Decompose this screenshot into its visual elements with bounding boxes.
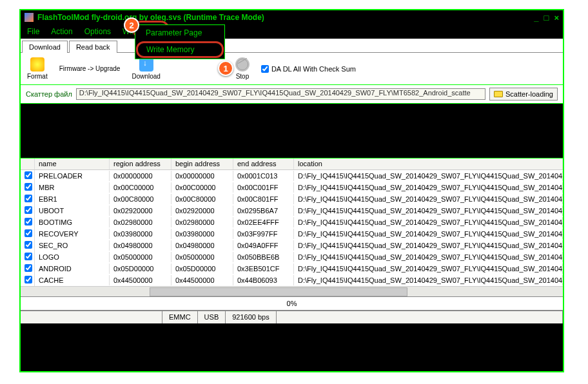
table-row[interactable]: UBOOT0x029200000x029200000x0295B6A7D:\Fl… bbox=[21, 205, 563, 216]
row-checkbox[interactable] bbox=[24, 206, 32, 214]
scatter-path-input[interactable]: D:\Fly_IQ4415\IQ4415Quad_SW_20140429_SW0… bbox=[76, 88, 485, 100]
row-checkbox[interactable] bbox=[24, 229, 32, 237]
cell-region: 0x04980000 bbox=[110, 240, 172, 251]
cell-location: D:\Fly_IQ4415\IQ4415Quad_SW_20140429_SW0… bbox=[294, 252, 563, 262]
horizontal-scrollbar[interactable] bbox=[21, 286, 563, 296]
app-window: FlashToolMod fly-droid.org by oleg.svs (… bbox=[19, 9, 564, 372]
grid-body: PRELOADER0x000000000x000000000x0001C013D… bbox=[21, 170, 563, 286]
tab-download[interactable]: Download bbox=[22, 41, 68, 53]
folder-icon bbox=[494, 91, 503, 97]
menu-item-parameter-page[interactable]: Parameter Page bbox=[135, 25, 224, 41]
cell-region: 0x00C80000 bbox=[110, 194, 172, 204]
partition-grid: name region address begin address end ad… bbox=[21, 158, 563, 296]
cell-location: D:\Fly_IQ4415\IQ4415Quad_SW_20140429_SW0… bbox=[294, 240, 563, 251]
table-row[interactable]: LOGO0x050000000x050000000x050BBE6BD:\Fly… bbox=[21, 251, 563, 263]
cell-region: 0x05000000 bbox=[110, 252, 172, 262]
row-checkbox[interactable] bbox=[24, 241, 32, 249]
maximize-button[interactable]: □ bbox=[544, 13, 549, 23]
grid-header: name region address begin address end ad… bbox=[21, 158, 563, 170]
cell-region: 0x05D00000 bbox=[110, 264, 172, 274]
minimize-button[interactable]: _ bbox=[534, 13, 538, 23]
row-checkbox[interactable] bbox=[24, 183, 32, 191]
table-row[interactable]: BOOTIMG0x029800000x029800000x02EE4FFFD:\… bbox=[21, 216, 563, 228]
stop-icon bbox=[235, 57, 250, 72]
row-checkbox[interactable] bbox=[24, 171, 32, 179]
cell-name: CACHE bbox=[35, 275, 110, 285]
table-row[interactable]: PRELOADER0x000000000x000000000x0001C013D… bbox=[21, 170, 563, 182]
row-checkbox[interactable] bbox=[24, 253, 32, 260]
window-dropdown: Parameter Page Write Memory bbox=[135, 24, 225, 59]
annotation-marker-1: 1 bbox=[218, 61, 233, 76]
table-row[interactable]: MBR0x00C000000x00C000000x00C001FFD:\Fly_… bbox=[21, 182, 563, 193]
table-row[interactable]: ANDROID0x05D000000x05D000000x3EB501CFD:\… bbox=[21, 263, 563, 274]
menu-action[interactable]: Action bbox=[51, 27, 72, 36]
cell-begin: 0x02920000 bbox=[172, 206, 233, 216]
annotation-marker-2: 2 bbox=[124, 17, 139, 33]
tab-row: Download Read back bbox=[21, 39, 563, 53]
cell-end: 0x00C001FF bbox=[233, 182, 294, 193]
row-checkbox[interactable] bbox=[24, 195, 32, 202]
status-usb: USB bbox=[198, 311, 226, 323]
cell-name: EBR1 bbox=[35, 194, 110, 204]
menu-item-write-memory[interactable]: Write Memory bbox=[136, 41, 224, 58]
firmware-upgrade-button[interactable]: Firmware -> Upgrade bbox=[59, 65, 121, 72]
cell-location: D:\Fly_IQ4415\IQ4415Quad_SW_20140429_SW0… bbox=[294, 182, 563, 193]
col-region[interactable]: region address bbox=[110, 158, 172, 169]
cell-location: D:\Fly_IQ4415\IQ4415Quad_SW_20140429_SW0… bbox=[294, 229, 563, 239]
cell-location: D:\Fly_IQ4415\IQ4415Quad_SW_20140429_SW0… bbox=[294, 217, 563, 227]
cell-begin: 0x00C80000 bbox=[172, 194, 233, 204]
cell-name: RECOVERY bbox=[35, 229, 110, 239]
col-begin[interactable]: begin address bbox=[172, 158, 233, 169]
cell-region: 0x02920000 bbox=[110, 206, 172, 216]
stop-label: Stop bbox=[236, 73, 250, 80]
cell-end: 0x00C801FF bbox=[233, 194, 294, 204]
menu-options[interactable]: Options bbox=[84, 27, 111, 36]
cell-name: PRELOADER bbox=[35, 171, 110, 181]
cell-begin: 0x05000000 bbox=[172, 252, 233, 262]
status-baud: 921600 bps bbox=[226, 311, 277, 323]
cell-begin: 0x44500000 bbox=[172, 275, 233, 285]
cell-begin: 0x00000000 bbox=[172, 171, 233, 181]
cell-region: 0x44500000 bbox=[110, 275, 172, 285]
da-dl-checkbox[interactable] bbox=[261, 65, 269, 73]
table-row[interactable]: RECOVERY0x039800000x039800000x03F997FFD:… bbox=[21, 228, 563, 240]
row-checkbox[interactable] bbox=[24, 276, 32, 283]
close-button[interactable]: × bbox=[554, 13, 559, 23]
col-location[interactable]: location bbox=[294, 158, 563, 169]
cell-location: D:\Fly_IQ4415\IQ4415Quad_SW_20140429_SW0… bbox=[294, 264, 563, 274]
table-row[interactable]: SEC_RO0x049800000x049800000x049A0FFFD:\F… bbox=[21, 240, 563, 251]
cell-begin: 0x03980000 bbox=[172, 229, 233, 239]
cell-end: 0x0001C013 bbox=[233, 171, 294, 181]
format-button[interactable]: Format bbox=[27, 57, 48, 80]
scatter-loading-button[interactable]: Scatter-loading bbox=[489, 88, 558, 101]
col-name[interactable]: name bbox=[35, 158, 110, 169]
cell-name: SEC_RO bbox=[35, 240, 110, 251]
table-row[interactable]: EBR10x00C800000x00C800000x00C801FFD:\Fly… bbox=[21, 193, 563, 205]
cell-end: 0x0295B6A7 bbox=[233, 206, 294, 216]
cell-region: 0x00000000 bbox=[110, 171, 172, 181]
table-row[interactable]: CACHE0x445000000x445000000x44B06093D:\Fl… bbox=[21, 274, 563, 286]
scatter-button-label: Scatter-loading bbox=[505, 90, 553, 98]
progress-text: 0% bbox=[287, 300, 297, 307]
da-dl-label: DA DL All With Check Sum bbox=[271, 65, 356, 73]
tab-read-back[interactable]: Read back bbox=[69, 41, 117, 53]
cell-location: D:\Fly_IQ4415\IQ4415Quad_SW_20140429_SW0… bbox=[294, 275, 563, 285]
download-label: Download bbox=[132, 73, 160, 80]
format-label: Format bbox=[27, 73, 48, 80]
menubar: File Action Options Window Help Paramete… bbox=[21, 24, 563, 39]
menu-file[interactable]: File bbox=[27, 27, 39, 36]
cell-name: ANDROID bbox=[35, 264, 110, 274]
scrollbar-thumb[interactable] bbox=[150, 287, 407, 296]
download-button[interactable]: Download bbox=[132, 57, 160, 80]
row-checkbox[interactable] bbox=[24, 218, 32, 226]
firmware-upgrade-label: Firmware -> Upgrade bbox=[59, 65, 121, 72]
cell-location: D:\Fly_IQ4415\IQ4415Quad_SW_20140429_SW0… bbox=[294, 194, 563, 204]
download-icon bbox=[139, 57, 153, 72]
col-end[interactable]: end address bbox=[233, 158, 294, 169]
stop-button[interactable]: Stop bbox=[235, 57, 250, 80]
cell-end: 0x03F997FF bbox=[233, 229, 294, 239]
cell-end: 0x02EE4FFF bbox=[233, 217, 294, 227]
row-checkbox[interactable] bbox=[24, 264, 32, 272]
cell-begin: 0x05D00000 bbox=[172, 264, 233, 274]
titlebar: FlashToolMod fly-droid.org by oleg.svs (… bbox=[21, 10, 563, 24]
